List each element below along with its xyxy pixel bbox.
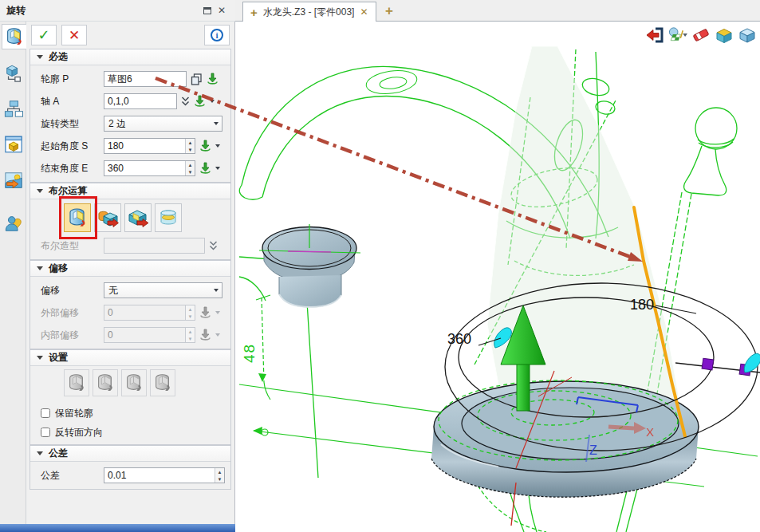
profile-input[interactable] (104, 71, 187, 87)
scene-canvas[interactable]: 48 120 (235, 22, 760, 532)
panel-close-button[interactable]: ✕ (215, 4, 229, 17)
boolean-intersect-icon (157, 207, 179, 229)
offset-type-select[interactable]: 无 (104, 282, 222, 298)
erase-button[interactable] (691, 26, 711, 45)
collapse-icon (37, 266, 43, 270)
end-angle-options-dropdown[interactable] (215, 167, 220, 170)
inner-offset-label: 内部偏移 (41, 329, 104, 342)
axis-input[interactable] (104, 93, 177, 109)
boolean-add-button[interactable] (94, 203, 121, 232)
cancel-button[interactable]: ✕ (61, 25, 87, 45)
dropdown-arrow-icon (215, 144, 220, 148)
revolve-type-label: 旋转类型 (41, 117, 104, 131)
new-tab-button[interactable]: + (385, 3, 393, 19)
double-chevron-down-icon (181, 97, 190, 107)
panel-titlebar: 旋转 ✕ (0, 0, 235, 22)
reverse-face-checkbox[interactable] (41, 428, 50, 437)
tab-plus-icon: + (250, 6, 258, 18)
pick-outer-offset-button (199, 306, 211, 319)
pick-start-angle-button[interactable] (199, 140, 211, 152)
start-angle-input[interactable] (104, 138, 195, 154)
display-mode-button[interactable] (667, 26, 687, 45)
rail-revolve-button[interactable] (2, 24, 26, 49)
boolean-shape-input (104, 238, 205, 254)
settings-section-header[interactable]: 设置 (30, 350, 230, 366)
axis-expand-button[interactable] (181, 97, 190, 107)
revolve-icon (4, 26, 25, 47)
pick-end-angle-button[interactable] (199, 162, 211, 175)
revolve-command-panel: ✓ ✕ i 必选 轮廓 P (26, 22, 235, 524)
boolean-shape-label: 布尔造型 (41, 239, 104, 253)
dropdown-arrow-icon (215, 333, 220, 337)
revolve-type-select[interactable]: 2 边 (104, 116, 222, 132)
boolean-intersect-button[interactable] (155, 203, 182, 232)
spin-down-icon: ▼ (185, 146, 195, 153)
boolean-base-button[interactable] (64, 203, 91, 232)
angle-handle-square[interactable] (702, 358, 714, 370)
rail-user-button[interactable] (2, 211, 25, 236)
boolean-section-header[interactable]: 布尔运算 (30, 183, 230, 199)
dropdown-arrow-icon (214, 289, 219, 292)
revolve-variant-icon (124, 372, 144, 393)
collapse-icon (37, 55, 43, 59)
panel-restore-button[interactable] (200, 4, 215, 17)
end-angle-value-label[interactable]: 360 (447, 331, 471, 347)
import-arrow-icon (207, 73, 219, 85)
insert-box-button[interactable] (714, 26, 734, 45)
offset-section-header[interactable]: 偏移 (30, 261, 230, 277)
rail-history-button[interactable] (2, 96, 25, 121)
cancel-icon: ✕ (69, 27, 80, 44)
rail-visualize-button[interactable] (2, 132, 25, 157)
start-angle-spinner[interactable]: ▲▼ (185, 139, 195, 153)
offset-section: 偏移 偏移 无 外部偏移 ▲▼ (30, 260, 231, 349)
tolerance-label: 公差 (41, 469, 104, 483)
3d-viewport[interactable]: 48 120 (235, 22, 760, 532)
handle-knob[interactable] (259, 224, 360, 307)
boolean-section: 布尔运算 布尔造型 (30, 183, 231, 260)
base-disk[interactable] (431, 381, 699, 497)
boolean-shape-expand-button[interactable] (209, 241, 218, 251)
restore-icon (203, 7, 211, 14)
active-document-tab[interactable]: + 水龙头.Z3 - [零件003] ✕ (242, 2, 376, 22)
import-arrow-icon (199, 162, 211, 175)
info-button[interactable]: i (204, 25, 230, 45)
boolean-remove-button[interactable] (124, 203, 152, 232)
shaded-view-button[interactable] (737, 26, 757, 45)
boolean-add-icon (96, 207, 119, 229)
rail-render-button[interactable] (2, 167, 25, 193)
copy-profile-button[interactable] (191, 73, 203, 85)
rail-datum-button[interactable] (2, 60, 25, 85)
collapse-icon (37, 451, 43, 455)
required-section-header[interactable]: 必选 (30, 49, 230, 65)
setting-option-2-button (93, 369, 118, 396)
exit-sketch-button[interactable] (644, 26, 664, 45)
pick-axis-button[interactable] (194, 95, 206, 108)
spin-up-icon: ▲ (185, 161, 195, 168)
end-angle-input[interactable] (104, 160, 195, 176)
tolerance-spinner[interactable]: ▲▼ (215, 468, 224, 483)
eraser-icon (691, 26, 711, 45)
end-angle-spinner[interactable]: ▲▼ (185, 161, 195, 175)
tab-close-button[interactable]: ✕ (360, 6, 368, 18)
panel-bottom-edge (0, 524, 235, 532)
window-cube-icon (4, 135, 23, 154)
tolerance-section-header[interactable]: 公差 (30, 446, 230, 462)
axis-z-label: Z (589, 443, 597, 457)
panel-toolbar: ✓ ✕ i (26, 22, 234, 49)
ok-button[interactable]: ✓ (31, 25, 57, 45)
keep-profile-checkbox[interactable] (41, 408, 50, 418)
pick-profile-button[interactable] (207, 73, 219, 85)
start-angle-options-dropdown[interactable] (215, 144, 220, 148)
import-arrow-icon (199, 140, 211, 152)
keep-profile-label: 保留轮廓 (55, 407, 93, 420)
outer-offset-spinner: ▲▼ (185, 305, 195, 320)
required-section: 必选 轮廓 P 轴 A (30, 49, 231, 183)
setting-option-1-button (64, 369, 89, 396)
collapse-icon (37, 356, 43, 360)
tab-title: 水龙头.Z3 - [零件003] (263, 6, 355, 19)
render-scene-icon (4, 171, 23, 190)
axis-options-dropdown[interactable] (210, 100, 215, 103)
end-angle-label: 结束角度 E (41, 162, 104, 175)
tolerance-input[interactable] (104, 467, 225, 483)
start-angle-value-label[interactable]: 180 (630, 297, 654, 313)
